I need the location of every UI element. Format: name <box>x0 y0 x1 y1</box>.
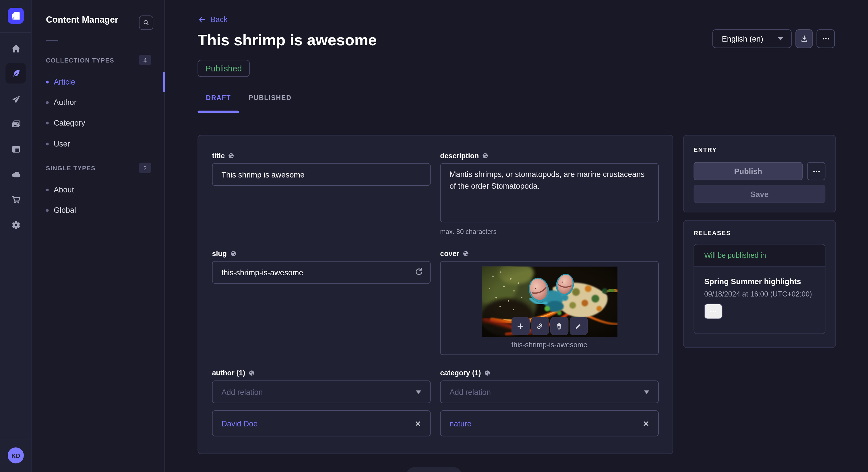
field-label: cover <box>440 249 659 258</box>
remove-relation-button[interactable] <box>643 420 649 427</box>
tab-draft[interactable]: DRAFT <box>197 94 239 113</box>
chevron-down-icon <box>778 37 783 40</box>
primary-nav: KD <box>0 0 32 472</box>
subnav: Content Manager COLLECTION TYPES 4 Artic… <box>32 0 165 472</box>
subnav-item-label: User <box>54 139 70 148</box>
cover-filename: this-shrimp-is-awesome <box>441 341 658 349</box>
home-icon <box>10 43 22 54</box>
close-icon <box>414 420 421 427</box>
sidebar-item-user[interactable]: User <box>46 134 164 154</box>
subnav-item-label: Global <box>54 206 76 214</box>
entry-panel-title: ENTRY <box>693 146 825 153</box>
sidebar-item-home[interactable] <box>5 38 26 59</box>
title-input[interactable] <box>212 163 431 186</box>
strapi-logo-icon <box>8 8 24 24</box>
add-asset-button[interactable] <box>511 317 530 335</box>
header-actions: English (en) <box>712 29 835 48</box>
field-label: author (1) <box>212 368 431 378</box>
delete-asset-button[interactable] <box>550 317 568 335</box>
tab-published[interactable]: PUBLISHED <box>240 94 300 113</box>
relation-link[interactable]: nature <box>450 419 472 428</box>
ellipsis-icon <box>821 34 830 43</box>
app: KD Content Manager COLLECTION TYPES 4 Ar… <box>0 0 868 472</box>
release-more-button[interactable] <box>704 304 722 319</box>
releases-panel-title: RELEASES <box>693 229 825 236</box>
sidebar-item-about[interactable]: About <box>46 180 164 200</box>
globe-icon <box>482 153 488 159</box>
pencil-icon <box>574 322 583 330</box>
entry-form-card: title description <box>197 135 673 454</box>
close-icon <box>643 420 649 427</box>
bullet-icon <box>46 80 49 83</box>
sidebar-item-category[interactable]: Category <box>46 113 164 133</box>
cart-icon <box>10 194 22 205</box>
ellipsis-icon <box>709 307 717 315</box>
sidebar-item-content-manager[interactable] <box>5 63 26 83</box>
field-label-text: author (1) <box>212 369 245 377</box>
sidebar-item-global[interactable]: Global <box>46 200 164 220</box>
relation-placeholder: Add relation <box>450 387 491 396</box>
field-label-text: title <box>212 151 225 160</box>
sidebar-item-marketplace[interactable] <box>5 189 26 210</box>
copy-link-button[interactable] <box>531 317 549 335</box>
subnav-divider <box>46 40 58 41</box>
field-title: title <box>212 151 431 186</box>
release-date: 09/18/2024 at 16:00 (UTC+02:00) <box>704 290 815 298</box>
field-label: description <box>440 151 659 160</box>
remove-relation-button[interactable] <box>414 420 421 427</box>
edit-asset-button[interactable] <box>569 317 588 335</box>
locale-value: English (en) <box>722 34 763 43</box>
category-relation-select[interactable]: Add relation <box>440 380 659 403</box>
bullet-icon <box>46 189 49 191</box>
sidebar-item-settings[interactable] <box>5 214 26 235</box>
plus-icon <box>516 322 525 330</box>
sidebar-item-author[interactable]: Author <box>46 92 164 112</box>
locale-select[interactable]: English (en) <box>712 29 792 48</box>
tab-label: DRAFT <box>206 94 231 102</box>
cover-actions <box>511 317 588 335</box>
avatar[interactable]: KD <box>8 447 24 463</box>
arrow-left-icon <box>197 15 206 24</box>
layout-icon <box>10 143 22 155</box>
tab-bar: DRAFT PUBLISHED <box>197 94 300 113</box>
collapsed-panel-pill[interactable] <box>407 467 461 472</box>
save-button[interactable]: Save <box>693 185 825 203</box>
more-options-button[interactable] <box>817 29 835 48</box>
download-button[interactable] <box>795 29 813 48</box>
subnav-item-label: Category <box>54 119 85 127</box>
regenerate-icon[interactable] <box>414 267 424 278</box>
sidebar-item-releases[interactable] <box>5 89 26 109</box>
field-category: category (1) Add relation nature <box>440 368 659 436</box>
release-item: Will be published in Spring Summer highl… <box>693 244 825 334</box>
ellipsis-icon <box>812 167 820 175</box>
sidebar-item-deploy[interactable] <box>5 164 26 185</box>
tab-label: PUBLISHED <box>249 94 291 102</box>
trash-icon <box>555 322 563 330</box>
strapi-logo[interactable] <box>8 8 24 24</box>
publish-button[interactable]: Publish <box>693 162 803 180</box>
slug-input[interactable] <box>212 261 431 283</box>
download-icon <box>800 34 809 43</box>
relation-link[interactable]: David Doe <box>221 419 257 428</box>
bullet-icon <box>46 209 49 212</box>
entry-more-button[interactable] <box>807 162 826 180</box>
subnav-item-label: Article <box>54 77 75 86</box>
section-label: SINGLE TYPES <box>46 165 96 171</box>
bullet-icon <box>46 142 49 145</box>
slug-input-wrap <box>212 261 431 283</box>
globe-icon <box>484 370 490 376</box>
search-button[interactable] <box>139 15 153 30</box>
release-name[interactable]: Spring Summer highlights <box>704 277 815 286</box>
author-relation-select[interactable]: Add relation <box>212 380 431 403</box>
releases-panel: RELEASES Will be published in Spring Sum… <box>683 220 836 348</box>
sidebar-item-content-type-builder[interactable] <box>5 139 26 159</box>
field-description: description Mantis shrimps, or stomatopo… <box>440 151 659 235</box>
description-textarea[interactable]: Mantis shrimps, or stomatopods, are mari… <box>440 163 659 222</box>
back-link[interactable]: Back <box>197 15 227 24</box>
sidebar-item-article[interactable]: Article <box>46 72 164 92</box>
avatar-initials: KD <box>11 452 20 459</box>
subnav-title: Content Manager <box>46 15 118 25</box>
feather-icon <box>10 68 22 79</box>
count-badge: 2 <box>139 163 151 173</box>
sidebar-item-media-library[interactable] <box>5 114 26 134</box>
